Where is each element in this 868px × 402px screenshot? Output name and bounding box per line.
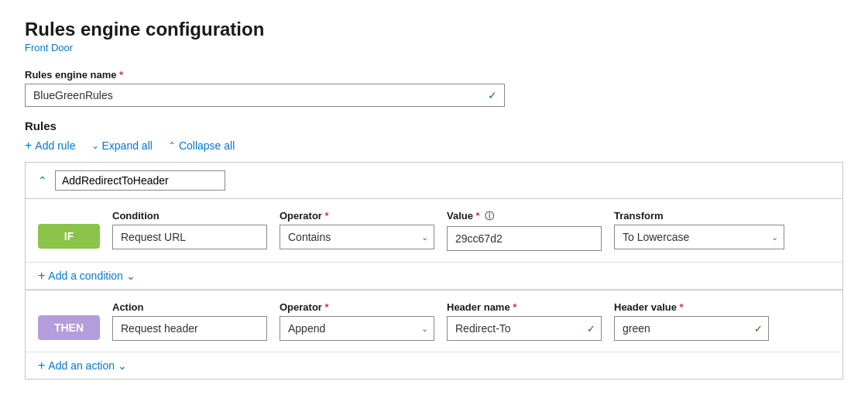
then-badge: THEN [38,315,100,340]
header-name-required-star: * [513,301,516,313]
collapse-all-button[interactable]: ⌃ Collapse all [168,139,235,152]
rule-header: ⌃ [26,163,842,199]
condition-label: Condition [112,210,267,222]
operator-select[interactable]: Contains [280,225,434,249]
if-badge: IF [38,224,100,249]
add-condition-row: + Add a condition ⌄ [26,263,842,290]
condition-row: IF Condition Operator * Contains [26,199,842,263]
add-rule-plus-icon: + [25,139,32,153]
collapse-all-label: Collapse all [179,139,235,152]
add-action-plus-icon: + [38,359,45,373]
add-condition-plus-icon: + [38,269,45,283]
action-label: Action [112,301,267,313]
action-fields: Action Operator * Append ⌄ [112,301,769,341]
add-condition-chevron-icon: ⌄ [126,270,136,282]
header-name-label: Header name * [447,301,602,313]
add-action-label: Add an action [48,359,115,372]
page-title: Rules engine configuration [25,19,843,40]
transform-field-col: Transform To Lowercase ⌄ [614,210,784,251]
value-label: Value * ⓘ [447,210,602,223]
header-name-input[interactable] [447,316,602,341]
rule-body: IF Condition Operator * Contains [26,199,842,379]
operator-required-star: * [325,210,329,222]
engine-name-input[interactable] [25,84,505,107]
required-star: * [119,69,123,81]
condition-field-col: Condition [112,210,267,251]
add-condition-label: Add a condition [48,270,123,282]
action-input[interactable] [112,316,267,341]
expand-all-button[interactable]: ⌄ Expand all [91,139,153,152]
expand-all-icon: ⌄ [91,140,99,151]
header-value-input[interactable] [614,316,769,341]
condition-fields: Condition Operator * Contains ⌄ [112,210,784,251]
action-operator-field-col: Operator * Append ⌄ [280,301,434,341]
condition-input[interactable] [112,225,267,249]
page-subtitle: Front Door [25,42,843,53]
action-operator-select[interactable]: Append [280,316,434,341]
add-rule-label: Add rule [35,139,75,152]
header-name-field-col: Header name * ✓ [447,301,602,341]
rules-toolbar: + Add rule ⌄ Expand all ⌃ Collapse all [25,139,843,153]
header-value-label: Header value * [614,301,769,313]
add-condition-button[interactable]: + Add a condition ⌄ [38,269,136,283]
rules-section-label: Rules [25,119,843,132]
value-field-col: Value * ⓘ [447,210,602,251]
value-required-star: * [476,210,480,222]
add-action-chevron-icon: ⌄ [118,359,127,372]
engine-name-check-icon: ✓ [488,89,497,101]
operator-label: Operator * [280,210,434,222]
expand-all-label: Expand all [102,139,153,152]
header-value-field-col: Header value * ✓ [614,301,769,341]
header-value-required-star: * [680,301,684,313]
operator-field-col: Operator * Contains ⌄ [280,210,434,251]
transform-label: Transform [614,210,784,222]
rule-card: ⌃ IF Condition Operator * [25,162,843,380]
add-rule-button[interactable]: + Add rule [25,139,76,153]
rule-collapse-icon: ⌃ [38,174,47,187]
engine-name-label: Rules engine name * [25,69,843,81]
collapse-all-icon: ⌃ [168,140,176,151]
action-operator-label: Operator * [280,301,434,313]
action-field-col: Action [112,301,267,341]
rule-name-input[interactable] [55,170,225,191]
header-name-check-icon: ✓ [587,323,595,335]
add-action-row: + Add an action ⌄ [26,352,842,379]
value-info-icon: ⓘ [485,211,494,222]
transform-select[interactable]: To Lowercase [614,225,784,249]
action-row: THEN Action Operator * Append [26,290,842,352]
add-action-button[interactable]: + Add an action ⌄ [38,359,127,373]
value-input[interactable] [447,226,602,251]
rule-collapse-button[interactable]: ⌃ [38,174,47,187]
action-operator-required-star: * [325,301,329,313]
header-value-check-icon: ✓ [754,323,763,335]
